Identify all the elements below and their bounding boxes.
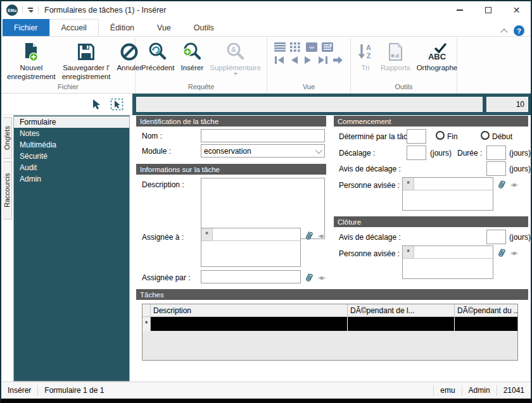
- group-label-fichier: Fichier: [4, 83, 132, 93]
- record-count: 10: [486, 97, 528, 112]
- assignee-par-input[interactable]: [201, 270, 301, 283]
- taches-table[interactable]: Description DÃ©pendant de l... DÃ©pendan…: [142, 304, 518, 361]
- ribbon: Nouvelenregistrement Sauvegarder l'enreg…: [1, 37, 531, 94]
- jours-label: (jours): [430, 149, 452, 158]
- chevron-down-icon: [315, 146, 322, 153]
- eye-icon[interactable]: [317, 275, 327, 282]
- new-record-icon: [22, 40, 41, 63]
- decalage-label: Décalage :: [339, 149, 375, 158]
- sort-button[interactable]: A Z Tri: [353, 39, 377, 72]
- tab-edition[interactable]: Édition: [99, 19, 146, 36]
- col-dependant-du[interactable]: DÃ©pendant du ...: [455, 304, 517, 316]
- eye-icon[interactable]: [509, 250, 519, 257]
- group-label-requete: Requête: [138, 83, 264, 93]
- determine-input[interactable]: [407, 129, 426, 144]
- quick-access-caret-icon[interactable]: [27, 7, 34, 13]
- jours-label: (jours): [509, 164, 531, 173]
- fin-radio[interactable]: [436, 131, 445, 140]
- sidebar-item-audit[interactable]: Audit: [14, 162, 129, 173]
- tab-vue[interactable]: Vue: [146, 19, 182, 36]
- avis-decalage-input[interactable]: [486, 161, 506, 176]
- save-record-button[interactable]: Sauvegarder l'enregistrement: [59, 39, 114, 82]
- col-description[interactable]: Description: [151, 304, 348, 316]
- window-title: Formulaires de tâches (1) - Insérer: [44, 6, 166, 15]
- additional-dropdown-caret-icon: [234, 73, 238, 75]
- section-taches: Tâches: [136, 289, 528, 300]
- module-select[interactable]: econservation: [201, 144, 325, 158]
- status-port: 21041: [497, 385, 531, 396]
- tab-accueil[interactable]: Accueil: [49, 19, 99, 36]
- next-record-icon[interactable]: [303, 56, 313, 65]
- assignee-a-label: Assignée à :: [142, 233, 184, 242]
- sidebar-item-formulaire[interactable]: Formulaire: [14, 116, 129, 128]
- debut-radio[interactable]: [481, 131, 490, 140]
- attach-icon[interactable]: [496, 247, 507, 259]
- status-position: Formulaire 1 de 1: [38, 385, 110, 396]
- previous-record-icon[interactable]: [289, 56, 299, 65]
- jours-label: (jours): [509, 149, 531, 158]
- maximize-icon: [485, 7, 491, 13]
- status-mode: Insérer: [1, 385, 37, 396]
- sidebar-item-securite[interactable]: Sécurité: [14, 151, 129, 162]
- sidebar-item-multimedia[interactable]: Multimédia: [14, 139, 129, 151]
- tab-fichier[interactable]: Fichier: [3, 19, 49, 36]
- reports-button[interactable]: Rapports: [377, 39, 414, 72]
- tab-outils[interactable]: Outils: [182, 19, 225, 36]
- sidebar-item-admin[interactable]: Admin: [14, 173, 129, 185]
- personne-avisee-grid[interactable]: *: [402, 177, 493, 211]
- attach-icon[interactable]: [303, 230, 315, 242]
- save-icon: [77, 40, 96, 63]
- assignee-a-grid[interactable]: *: [201, 228, 301, 267]
- ribbon-group-fichier: Nouvelenregistrement Sauvegarder l'enreg…: [1, 37, 136, 93]
- cloture-avis-input[interactable]: [486, 230, 506, 244]
- spelling-button[interactable]: ABC Orthographe: [414, 39, 461, 72]
- col-dependant-de[interactable]: DÃ©pendant de l...: [348, 304, 455, 316]
- assignee-par-label: Assignée par :: [142, 273, 191, 282]
- list-view-icon[interactable]: [274, 42, 286, 52]
- section-informations: Informations sur la tâche: [136, 164, 326, 175]
- help-button[interactable]: ?: [514, 25, 524, 36]
- decalage-input[interactable]: [407, 146, 426, 160]
- eye-icon[interactable]: [317, 233, 327, 240]
- status-db: emu: [434, 385, 461, 396]
- code-view-icon[interactable]: </>: [306, 42, 317, 52]
- cloture-personne-grid[interactable]: *: [402, 245, 493, 279]
- group-label-outils: Outils: [353, 83, 454, 93]
- tab-raccourcis[interactable]: Raccourcis: [3, 161, 12, 220]
- marker-column-header: [142, 304, 151, 316]
- nom-label: Nom :: [142, 132, 162, 140]
- insert-button[interactable]: Insérer: [177, 39, 206, 72]
- tab-onglets[interactable]: Onglets: [3, 117, 12, 159]
- attach-icon[interactable]: [303, 271, 315, 284]
- maximize-button[interactable]: [474, 1, 502, 19]
- goto-record-icon[interactable]: [332, 56, 343, 65]
- attach-icon[interactable]: [496, 178, 507, 191]
- close-button[interactable]: ✕: [502, 1, 531, 19]
- select-cursor-icon[interactable]: [92, 99, 101, 110]
- section-cloture: Clôture: [334, 216, 528, 227]
- first-record-icon[interactable]: [274, 56, 285, 65]
- last-record-icon[interactable]: [317, 56, 328, 65]
- eye-icon[interactable]: [509, 182, 519, 189]
- sidebar-item-notes[interactable]: Notes: [14, 128, 129, 139]
- nom-input[interactable]: [201, 129, 325, 142]
- grid-view-icon[interactable]: [290, 42, 301, 52]
- module-value: econservation: [204, 147, 251, 156]
- previous-query-icon: [148, 40, 168, 63]
- additional-query-icon: &: [225, 40, 246, 63]
- additional-query-button[interactable]: & Supplémentaire: [206, 39, 264, 75]
- minimize-button[interactable]: [445, 1, 474, 19]
- form-area: Identification de la tâche Nom : Module …: [132, 115, 531, 381]
- table-row[interactable]: *: [142, 317, 517, 331]
- titlebar-divider: [22, 6, 23, 15]
- select-mode-icon[interactable]: [110, 98, 124, 111]
- previous-query-button[interactable]: Précédent: [138, 39, 177, 72]
- details-view-icon[interactable]: [322, 42, 333, 52]
- status-user: Admin: [462, 385, 497, 396]
- duree-input[interactable]: [486, 146, 506, 160]
- determine-label: Déterminé par la tâch: [339, 132, 412, 141]
- new-record-button[interactable]: Nouvelenregistrement: [4, 39, 59, 82]
- personne-avisee-label: Personne avisée :: [339, 181, 400, 190]
- description-label: Description :: [142, 180, 184, 189]
- collapse-ribbon-icon[interactable]: [502, 28, 507, 34]
